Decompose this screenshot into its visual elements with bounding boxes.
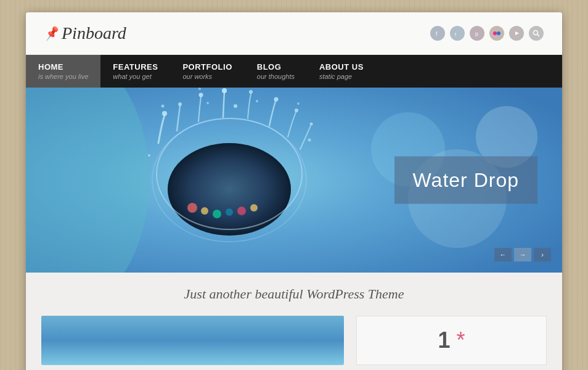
nav-sub-home: is where you live: [38, 73, 88, 80]
site-logo: 📌 Pinboard: [44, 23, 126, 43]
content-right-block: 1 *: [356, 316, 547, 365]
svg-point-29: [310, 123, 313, 126]
content-area: 1 *: [26, 316, 562, 370]
tagline-text: Just another beautiful WordPress Theme: [184, 286, 404, 302]
content-left-block: [41, 316, 344, 365]
svg-point-28: [297, 102, 300, 105]
nav-label-portfolio: PORTFOLIO: [182, 62, 232, 72]
social-icons-group: f t p: [430, 26, 544, 41]
svg-point-22: [199, 93, 203, 97]
site-tagline: Just another beautiful WordPress Theme: [26, 273, 562, 316]
slider-prev-button[interactable]: ←: [494, 248, 512, 261]
twitter-icon[interactable]: t: [450, 26, 465, 41]
svg-line-7: [537, 35, 539, 36]
svg-point-16: [250, 204, 258, 212]
nav-sub-portfolio: our works: [182, 73, 232, 80]
nav-label-about: ABOUT US: [319, 62, 364, 72]
svg-point-12: [201, 207, 208, 215]
nav-item-features[interactable]: FEATURES what you get: [100, 55, 170, 88]
svg-point-6: [534, 31, 538, 35]
svg-text:t: t: [455, 31, 457, 36]
svg-point-4: [497, 31, 500, 35]
flickr-icon[interactable]: [489, 26, 504, 41]
youtube-icon[interactable]: [509, 26, 524, 41]
nav-label-blog: BLOG: [257, 62, 295, 72]
svg-point-21: [178, 102, 182, 106]
logo-text: Pinboard: [62, 23, 126, 43]
svg-point-30: [148, 154, 150, 157]
svg-point-33: [206, 102, 209, 104]
svg-point-32: [234, 104, 237, 108]
browser-frame: 📌 Pinboard f t p: [26, 12, 562, 370]
nav-item-blog[interactable]: BLOG our thoughts: [245, 55, 307, 88]
facebook-icon[interactable]: f: [430, 26, 445, 41]
svg-point-19: [162, 111, 167, 116]
svg-point-20: [161, 105, 165, 108]
nav-item-home[interactable]: HOME is where you live: [26, 55, 100, 88]
pin-icon: 📌: [43, 25, 60, 42]
svg-point-31: [308, 139, 311, 142]
slider-next-button[interactable]: →: [514, 248, 531, 261]
svg-text:p: p: [475, 31, 478, 36]
nav-sub-about: static page: [319, 73, 364, 80]
nav-label-home: HOME: [38, 62, 88, 72]
svg-point-10: [168, 143, 291, 236]
svg-point-34: [256, 100, 258, 102]
svg-point-13: [213, 210, 221, 218]
hero-slider: Water Drop ← → ›: [26, 88, 562, 273]
slider-indicator-button[interactable]: ›: [534, 248, 551, 261]
svg-point-11: [187, 203, 197, 213]
asterisk-badge: *: [457, 327, 465, 353]
svg-point-27: [295, 109, 298, 112]
svg-point-15: [237, 207, 246, 215]
hero-title: Water Drop: [413, 169, 519, 192]
site-header: 📌 Pinboard f t p: [26, 12, 562, 55]
number-badge: 1: [438, 327, 451, 353]
site-nav: HOME is where you live FEATURES what you…: [26, 55, 562, 88]
svg-point-3: [493, 31, 497, 35]
nav-sub-blog: our thoughts: [257, 73, 295, 80]
svg-marker-5: [515, 31, 519, 35]
nav-item-portfolio[interactable]: PORTFOLIO our works: [170, 55, 244, 88]
svg-point-9: [26, 88, 149, 273]
svg-point-25: [249, 90, 253, 94]
svg-point-14: [226, 208, 233, 216]
svg-point-26: [274, 97, 279, 102]
slider-controls: ← → ›: [494, 248, 551, 261]
pinterest-icon[interactable]: p: [470, 26, 484, 41]
search-icon[interactable]: [529, 26, 544, 41]
svg-text:f: f: [436, 31, 438, 36]
svg-point-23: [198, 88, 201, 90]
nav-item-about[interactable]: ABOUT US static page: [307, 55, 376, 88]
svg-point-24: [222, 88, 227, 93]
nav-sub-features: what you get: [113, 73, 158, 80]
hero-text-overlay: Water Drop: [394, 157, 537, 204]
nav-label-features: FEATURES: [113, 62, 158, 72]
